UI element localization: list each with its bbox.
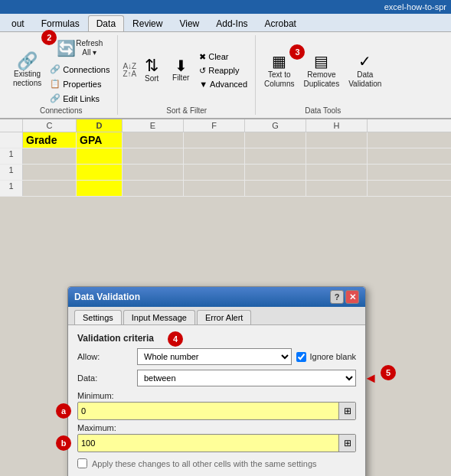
connections-buttons: 🔗 Existingnections 🔄 RefreshAll ▾ 2 (9, 35, 113, 105)
remove-duplicates-button[interactable]: ▤ RemoveDuplicates (299, 50, 343, 91)
sort-icon: ⇅ (145, 57, 159, 74)
tab-acrobat[interactable]: Acrobat (257, 15, 305, 31)
cell-f1[interactable] (184, 132, 245, 148)
clear-button[interactable]: ✖ Clear (196, 51, 250, 64)
ribbon-group-connections: 🔗 Existingnections 🔄 RefreshAll ▾ 2 (5, 35, 118, 115)
connections-small-button[interactable]: 🔗 Connections (47, 63, 113, 76)
data-select[interactable]: between (137, 370, 356, 386)
tab-addins[interactable]: Add-Ins (208, 15, 256, 31)
tab-formulas[interactable]: Formulas (33, 15, 88, 31)
badge-b: b (56, 435, 71, 451)
ribbon-group-sort-filter: A↓Z Z↑A ⇅ Sort ⬇ Filter ✖ (118, 35, 256, 115)
advanced-icon: ▼ (199, 80, 208, 89)
tab-out[interactable]: out (3, 15, 33, 31)
gpa-label: GPA (80, 134, 102, 146)
reapply-icon: ↺ (199, 66, 206, 76)
dialog-help-button[interactable]: ? (330, 290, 344, 304)
maximum-row: Maximum: b ⊞ (77, 423, 356, 452)
cell-e3[interactable] (123, 165, 184, 180)
cell-h2[interactable] (306, 148, 368, 164)
refresh-all-button[interactable]: 🔄 RefreshAll ▾ 2 (47, 35, 113, 61)
badge-2: 2 (41, 30, 57, 45)
dialog-close-button[interactable]: ✕ (345, 290, 359, 304)
minimum-label: Minimum: (77, 391, 356, 400)
sort-filter-group-label: Sort & Filter (166, 106, 207, 115)
badge-3: 3 (289, 44, 305, 60)
data-validation-button[interactable]: ✓ DataValidation (345, 50, 385, 91)
col-header-h[interactable]: H (306, 119, 368, 132)
cell-f3[interactable] (184, 165, 245, 180)
dialog-tab-error-alert[interactable]: Error Alert (197, 310, 252, 324)
sort-filter-buttons: A↓Z Z↑A ⇅ Sort ⬇ Filter ✖ (123, 35, 250, 105)
cell-h1[interactable] (306, 132, 368, 148)
apply-row: Apply these changes to all other cells w… (77, 458, 356, 468)
maximum-input-wrap: ⊞ (77, 434, 356, 452)
cell-d3[interactable] (77, 165, 123, 180)
cell-g4[interactable] (245, 181, 306, 196)
cell-e2[interactable] (123, 148, 184, 164)
ignore-blank-checkbox[interactable] (296, 352, 306, 362)
cell-d2[interactable] (77, 148, 123, 164)
data-tools-buttons: ▦ Text toColumns 3 ▤ RemoveDuplicates ✓ … (260, 35, 385, 105)
tab-view[interactable]: View (171, 15, 208, 31)
cell-h3[interactable] (306, 165, 368, 180)
cell-grade[interactable]: Grade (23, 132, 77, 148)
tab-data[interactable]: Data (88, 15, 124, 31)
cell-g2[interactable] (245, 148, 306, 164)
col-header-g[interactable]: G (245, 119, 306, 132)
allow-select[interactable]: Whole number (137, 348, 292, 365)
maximum-input[interactable] (78, 437, 338, 449)
cell-h4[interactable] (306, 181, 368, 196)
edit-links-label: Edit Links (63, 94, 100, 103)
apply-checkbox[interactable] (77, 458, 87, 468)
allow-label: Allow: (77, 352, 131, 361)
filter-label: Filter (172, 73, 189, 83)
cell-d4[interactable] (77, 181, 123, 196)
text-to-columns-icon: ▦ (272, 52, 286, 70)
properties-button[interactable]: 📋 Properties (47, 77, 113, 90)
minimum-input[interactable] (78, 405, 338, 417)
dialog-tab-input-message[interactable]: Input Message (123, 310, 195, 324)
col-header-e[interactable]: E (123, 119, 184, 132)
sort-button[interactable]: ⇅ Sort (138, 55, 165, 86)
reapply-button[interactable]: ↺ Reapply (196, 64, 250, 77)
advanced-label: Advanced (210, 80, 247, 89)
dialog-body: Validation criteria Allow: Whole number … (68, 325, 365, 476)
connections-group-label: Connections (40, 106, 83, 115)
dialog-title-buttons: ? ✕ (330, 290, 359, 304)
allow-row: Allow: Whole number 4 Ignore blank (77, 348, 356, 365)
existing-connections-button[interactable]: 🔗 Existingnections (9, 51, 45, 90)
edit-links-button[interactable]: 🔗 Edit Links (47, 92, 113, 105)
cell-e4[interactable] (123, 181, 184, 196)
cell-gpa[interactable]: GPA 1 (77, 132, 123, 148)
spreadsheet-row-3: 1 (0, 165, 451, 181)
col-header-c[interactable]: C (23, 119, 77, 132)
cell-c2[interactable] (23, 148, 77, 164)
col-header-f[interactable]: F (184, 119, 245, 132)
row-header-1 (0, 132, 23, 148)
col-header-d[interactable]: D (77, 119, 123, 132)
dialog-tab-settings[interactable]: Settings (74, 310, 122, 324)
maximum-expand-button[interactable]: ⊞ (338, 435, 355, 452)
filter-button[interactable]: ⬇ Filter (167, 56, 194, 85)
cell-c3[interactable] (23, 165, 77, 180)
data-validation-label: DataValidation (348, 70, 381, 89)
cell-c4[interactable] (23, 181, 77, 196)
cell-g1[interactable] (245, 132, 306, 148)
cell-f4[interactable] (184, 181, 245, 196)
connections-icon: 🔗 (17, 53, 38, 70)
data-row: Data: between ◄ 5 (77, 370, 356, 386)
cell-e1[interactable] (123, 132, 184, 148)
cell-f2[interactable] (184, 148, 245, 164)
text-to-columns-label: Text toColumns (264, 70, 294, 89)
minimum-expand-button[interactable]: ⊞ (338, 403, 355, 419)
dialog-title: Data Validation (74, 292, 140, 302)
cell-g3[interactable] (245, 165, 306, 180)
filter-icon: ⬇ (175, 58, 188, 73)
remove-duplicates-label: RemoveDuplicates (303, 70, 339, 89)
ignore-blank-checkbox-label[interactable]: Ignore blank (296, 352, 356, 362)
clear-label: Clear (208, 52, 228, 61)
text-to-columns-button[interactable]: ▦ Text toColumns 3 (260, 50, 298, 91)
advanced-button[interactable]: ▼ Advanced (196, 78, 250, 90)
tab-review[interactable]: Review (124, 15, 171, 31)
